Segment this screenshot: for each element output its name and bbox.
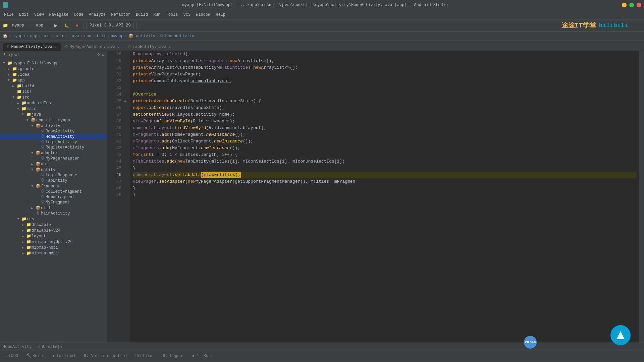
tree-item[interactable]: 📁libs xyxy=(0,89,107,95)
breadcrumb-activity[interactable]: 📦 activity xyxy=(128,34,155,39)
menu-item-view[interactable]: View xyxy=(32,11,47,18)
tree-item[interactable]: ▼📁main xyxy=(0,106,107,112)
code-token: ViewPager xyxy=(151,71,175,78)
tree-item[interactable]: ▶📁.gradle xyxy=(0,66,107,72)
breadcrumb-app[interactable]: app xyxy=(30,34,37,39)
tree-item[interactable]: ©CollectFragment xyxy=(0,189,107,194)
close-button[interactable] xyxy=(637,3,641,7)
breadcrumb-myapp[interactable]: myapp xyxy=(13,34,25,39)
tree-item[interactable]: ©MyPagerAdapter xyxy=(0,156,107,161)
menu-item-code[interactable]: Code xyxy=(71,11,86,18)
menu-item-build[interactable]: Build xyxy=(133,11,151,18)
tree-item[interactable]: ▶📦util xyxy=(0,205,107,211)
tab-homeactivity[interactable]: © HomeActivity.java ✕ xyxy=(3,43,61,51)
line-number: 40 xyxy=(109,131,121,138)
menu-item-analyze[interactable]: Analyze xyxy=(86,11,108,18)
breadcrumb-java[interactable]: java xyxy=(69,34,79,39)
bilibili-button[interactable] xyxy=(610,325,631,345)
breadcrumb-ttit[interactable]: ttit xyxy=(97,34,106,39)
bottom-tab-9-version-control[interactable]: 9: Version Control xyxy=(80,352,131,360)
toolbar-project[interactable]: myapp xyxy=(9,22,27,29)
tree-item[interactable]: ▼📦entity xyxy=(0,167,107,173)
tree-item[interactable]: ▶📁drawable-v24 xyxy=(0,228,107,233)
tree-item[interactable]: ▶📁drawable xyxy=(0,222,107,228)
tree-item[interactable]: ▼📦fragment xyxy=(0,183,107,189)
bottom-tab-todo[interactable]: ☑TODO xyxy=(1,352,21,360)
tree-item[interactable]: ▼📦adapter xyxy=(0,150,107,156)
bottom-tab-4-run[interactable]: ▶4: Run xyxy=(189,352,214,360)
tree-item[interactable]: ©RegisterActivity xyxy=(0,145,107,150)
close-tab-mypageradapter[interactable]: ✕ xyxy=(117,45,120,49)
code-token: (savedInstanceState); xyxy=(169,105,224,111)
title-bar: myapp [E:\ttit\myapp] – ...\app\src\main… xyxy=(0,0,644,10)
bottom-tab-build[interactable]: 🔨Build xyxy=(23,352,48,360)
maximize-button[interactable] xyxy=(629,3,634,7)
tree-item[interactable]: ▶📁mipmap-mdpi xyxy=(0,250,107,256)
project-header-icons: ⟳ ⚙ xyxy=(97,52,104,57)
code-line: protected void onCreate(Bundle savedInst… xyxy=(133,98,637,105)
tree-item[interactable]: ▶📁layout xyxy=(0,233,107,239)
tree-item[interactable]: ▶📦api xyxy=(0,161,107,167)
menu-item-help[interactable]: Help xyxy=(213,11,228,18)
tree-item[interactable]: ©MyFragment xyxy=(0,200,107,205)
menu-item-refactor[interactable]: Refactor xyxy=(108,11,133,18)
tree-item[interactable]: ▼📦activity xyxy=(0,123,107,129)
bottom-tab-terminal[interactable]: ▶Terminal xyxy=(49,352,79,360)
debug-button[interactable]: 🐛 xyxy=(61,22,72,29)
breadcrumb-com[interactable]: com xyxy=(84,34,92,39)
tree-item[interactable]: ©MainActivity xyxy=(0,211,107,216)
tree-item[interactable]: ▼📁app xyxy=(0,77,107,83)
menu-item-vcs[interactable]: VCS xyxy=(181,11,194,18)
tree-item[interactable]: ▼📁myapp E:\ttit\myapp xyxy=(0,60,107,66)
tree-item[interactable]: ▶📁.idea xyxy=(0,72,107,77)
tree-item[interactable]: ©LoginActivity xyxy=(0,139,107,145)
project-title: Project xyxy=(3,53,19,57)
menu-item-file[interactable]: File xyxy=(1,11,16,18)
menu-item-window[interactable]: Window xyxy=(193,11,213,18)
method-bar-method[interactable]: onCreate() xyxy=(38,345,62,349)
code-content[interactable]: R.mipmap.my_selected); private ArrayList… xyxy=(130,51,639,343)
run-button[interactable]: ▶ xyxy=(52,22,60,29)
tree-item[interactable]: ▶📁mipmap-anydpi-v26 xyxy=(0,239,107,245)
bottom-tab-profiler[interactable]: Profiler xyxy=(132,352,158,360)
tree-item[interactable]: ©TabEntity xyxy=(0,178,107,183)
tab-tabentity[interactable]: © TabEntity.java ✕ xyxy=(124,43,175,51)
tree-item[interactable]: ▶📁androidTest xyxy=(0,100,107,106)
tree-item[interactable]: ©HomeActivity xyxy=(0,134,107,139)
breadcrumb-src[interactable]: src xyxy=(42,34,50,39)
stop-button[interactable]: ■ xyxy=(73,22,81,29)
menu-item-edit[interactable]: Edit xyxy=(16,11,32,18)
tree-arrow-icon: ▶ xyxy=(20,223,25,227)
tree-item[interactable]: ▼📁java xyxy=(0,112,107,117)
method-bar-class[interactable]: HomeActivity xyxy=(3,345,32,349)
breadcrumb-myapp2[interactable]: myapp xyxy=(111,34,123,39)
tree-arrow-icon: ▶ xyxy=(20,246,25,250)
gear-icon[interactable]: ⚙ xyxy=(102,52,104,57)
close-tab-tabentity[interactable]: ✕ xyxy=(168,45,171,49)
tree-item[interactable]: ▼📁src xyxy=(0,95,107,100)
right-scrollbar[interactable] xyxy=(639,51,644,343)
code-token: setAdapter xyxy=(159,178,185,185)
menu-item-tools[interactable]: Tools xyxy=(163,11,181,18)
tree-item[interactable]: ▶📁build xyxy=(0,83,107,89)
close-tab-homeactivity[interactable]: ✕ xyxy=(54,45,57,49)
tree-item[interactable]: ▼📦com.ttit.myapp xyxy=(0,117,107,123)
menu-item-run[interactable]: Run xyxy=(151,11,163,18)
toolbar-app[interactable]: app xyxy=(33,22,46,29)
tree-item[interactable]: ©LoginResponse xyxy=(0,173,107,178)
tree-item[interactable]: ©HomeFragment xyxy=(0,194,107,200)
breadcrumb-homeactivity[interactable]: © HomeActivity xyxy=(160,34,194,39)
bottom-tab-label: Profiler xyxy=(136,354,155,358)
device-selector[interactable]: Pixel 3 XL API 29 xyxy=(87,22,133,29)
tab-mypageradapter[interactable]: © MyPagerAdapter.java ✕ xyxy=(61,43,124,51)
bottom-tab-label: 9: Version Control xyxy=(84,354,127,358)
sync-icon[interactable]: ⟳ xyxy=(97,52,101,57)
tree-item[interactable]: ▼📁res xyxy=(0,216,107,222)
minimize-button[interactable] xyxy=(622,3,627,7)
breadcrumb-main[interactable]: main xyxy=(55,34,64,39)
menu-item-navigate[interactable]: Navigate xyxy=(46,11,71,18)
tree-item[interactable]: ▶📁mipmap-hdpi xyxy=(0,245,107,250)
tree-item[interactable]: ©BaseActivity xyxy=(0,129,107,134)
tree-node-label: MainActivity xyxy=(41,211,70,216)
bottom-tab-6-logcat[interactable]: 6: Logcat xyxy=(159,352,188,360)
